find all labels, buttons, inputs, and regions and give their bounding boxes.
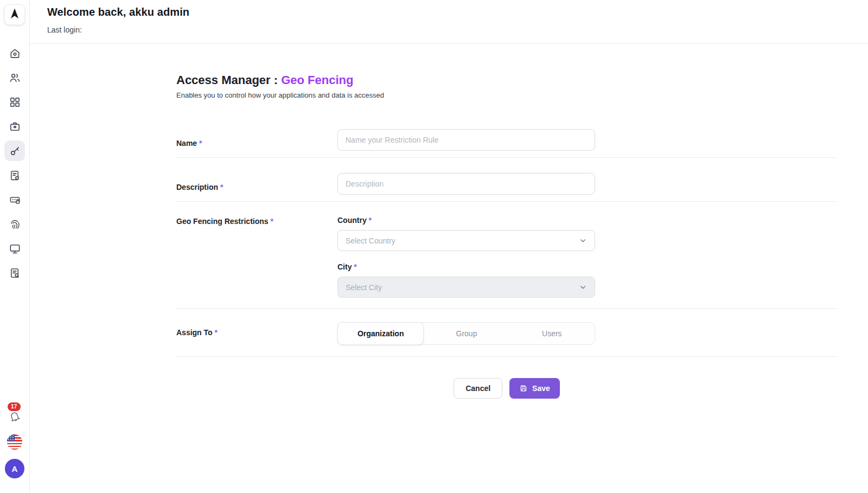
last-login-text: Last login: bbox=[47, 25, 868, 43]
tab-group[interactable]: Group bbox=[424, 323, 509, 344]
document-search-icon bbox=[9, 267, 21, 279]
sidebar-item-apps[interactable] bbox=[4, 92, 25, 112]
page-header: Welcome back, akku admin Last login: bbox=[30, 0, 868, 43]
tab-users[interactable]: Users bbox=[509, 323, 595, 344]
sidebar-item-access-manager[interactable] bbox=[4, 140, 25, 161]
city-select[interactable]: Select City bbox=[337, 277, 595, 298]
required-asterisk: * bbox=[220, 183, 223, 191]
assign-to-row: Assign To * Organization Group Users bbox=[176, 309, 837, 357]
save-button-label: Save bbox=[532, 384, 550, 393]
password-lock-icon bbox=[9, 194, 21, 206]
document-settings-icon bbox=[9, 169, 21, 182]
assign-to-segmented-control: Organization Group Users bbox=[337, 322, 595, 345]
country-select[interactable]: Select Country bbox=[337, 230, 595, 251]
language-selector-us-flag-icon[interactable] bbox=[7, 434, 22, 450]
sidebar-item-home[interactable] bbox=[4, 43, 25, 63]
form-actions: Cancel Save bbox=[176, 357, 837, 399]
required-asterisk: * bbox=[270, 217, 273, 226]
chevron-down-icon bbox=[579, 283, 587, 291]
geo-fencing-form: Access Manager : Geo Fencing Enables you… bbox=[176, 73, 837, 399]
main-content: Welcome back, akku admin Last login: Acc… bbox=[30, 0, 868, 399]
apps-grid-icon bbox=[9, 96, 21, 108]
briefcase-icon bbox=[9, 120, 21, 133]
sidebar-item-briefcase[interactable] bbox=[4, 116, 25, 137]
required-asterisk: * bbox=[215, 328, 218, 337]
key-icon bbox=[9, 145, 21, 157]
welcome-title: Welcome back, akku admin bbox=[47, 6, 868, 18]
cancel-button[interactable]: Cancel bbox=[454, 378, 502, 399]
tab-organization[interactable]: Organization bbox=[337, 322, 424, 345]
description-input[interactable] bbox=[337, 173, 595, 195]
fingerprint-icon bbox=[9, 218, 21, 231]
description-label: Description * bbox=[176, 176, 337, 191]
geo-restrictions-row: Geo Fencing Restrictions * Country * Sel… bbox=[176, 202, 837, 309]
required-asterisk: * bbox=[354, 262, 356, 271]
form-title: Access Manager : Geo Fencing bbox=[176, 73, 837, 87]
sidebar: 17 A bbox=[0, 0, 30, 493]
sidebar-item-mfa[interactable] bbox=[4, 214, 25, 234]
save-floppy-icon bbox=[519, 384, 528, 393]
assign-to-label: Assign To * bbox=[176, 322, 337, 345]
monitor-icon bbox=[9, 242, 21, 255]
description-row: Description * bbox=[176, 158, 837, 202]
sidebar-item-audit[interactable] bbox=[4, 262, 25, 283]
notifications-button[interactable]: 17 bbox=[7, 409, 23, 425]
form-subtitle: Enables you to control how your applicat… bbox=[176, 91, 837, 99]
app-logo[interactable] bbox=[4, 4, 25, 25]
users-icon bbox=[9, 72, 21, 84]
sidebar-item-policies[interactable] bbox=[4, 165, 25, 185]
required-asterisk: * bbox=[369, 216, 372, 225]
name-row: Name * bbox=[176, 114, 837, 158]
form-title-prefix: Access Manager : bbox=[176, 73, 281, 87]
city-label: City * bbox=[337, 262, 837, 271]
required-asterisk: * bbox=[199, 139, 202, 148]
country-label: Country * bbox=[337, 216, 837, 225]
bell-icon bbox=[8, 410, 21, 425]
sidebar-nav bbox=[4, 43, 25, 283]
sidebar-item-password-manager[interactable] bbox=[4, 189, 25, 210]
save-button[interactable]: Save bbox=[509, 378, 560, 399]
header-divider bbox=[30, 43, 868, 44]
sidebar-item-users[interactable] bbox=[4, 67, 25, 88]
chevron-down-icon bbox=[579, 236, 587, 245]
name-label: Name * bbox=[176, 132, 337, 148]
name-input[interactable] bbox=[337, 129, 595, 151]
sidebar-item-devices[interactable] bbox=[4, 238, 25, 259]
geo-restrictions-label: Geo Fencing Restrictions * bbox=[176, 216, 337, 298]
flag-canton bbox=[7, 434, 15, 441]
akku-arrow-logo-icon bbox=[8, 7, 21, 22]
home-icon bbox=[9, 47, 21, 60]
city-select-placeholder: Select City bbox=[346, 283, 382, 292]
sidebar-bottom: 17 A bbox=[5, 409, 24, 493]
form-title-highlight: Geo Fencing bbox=[281, 73, 353, 87]
country-select-placeholder: Select Country bbox=[346, 236, 395, 245]
user-avatar[interactable]: A bbox=[5, 459, 24, 478]
